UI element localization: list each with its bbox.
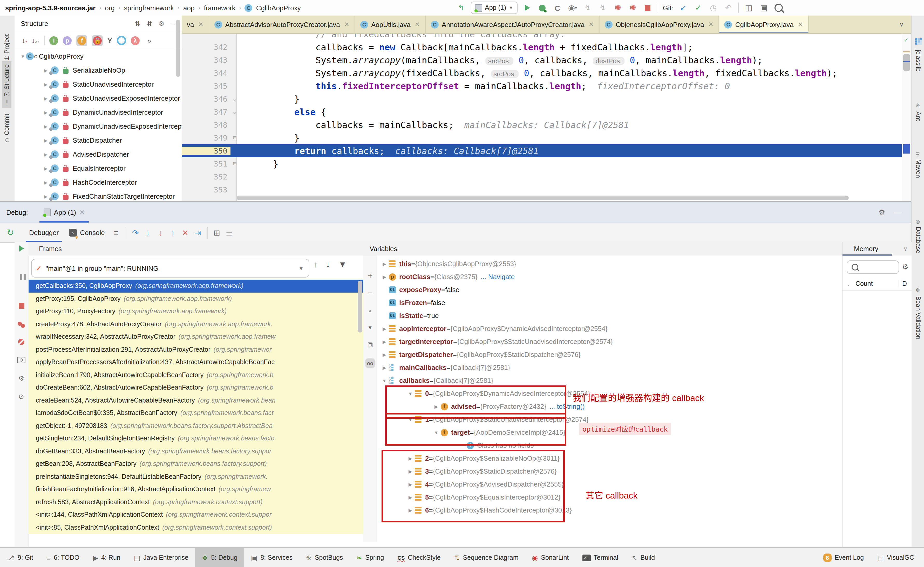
coverage-icon[interactable]: ◉▾ bbox=[567, 3, 578, 13]
statusbar-item-eventlog[interactable]: 8Event Log bbox=[817, 554, 871, 562]
stack-frame[interactable]: getCallbacks:350, CglibAopProxy(org.spri… bbox=[29, 280, 364, 292]
breadcrumb-item[interactable]: org bbox=[105, 4, 115, 12]
close-icon[interactable]: ✕ bbox=[198, 21, 203, 28]
close-icon[interactable]: ✕ bbox=[798, 21, 803, 28]
view-breakpoints-icon[interactable] bbox=[17, 320, 26, 328]
stack-frame[interactable]: lambda$doGetBean$0:335, AbstractBeanFact… bbox=[29, 407, 364, 419]
move-down-icon[interactable]: ▼ bbox=[365, 322, 375, 332]
gear-icon[interactable]: ⚙ bbox=[17, 374, 26, 382]
hide-icon[interactable]: — bbox=[894, 208, 902, 216]
stack-frame[interactable]: getBean:208, AbstractBeanFactory(org.spr… bbox=[29, 458, 364, 470]
code-line[interactable]: 347⌄ else { bbox=[182, 105, 902, 118]
project-structure-icon[interactable]: ◫ bbox=[743, 3, 754, 13]
sidebar-item-beanvalidation[interactable]: ❖Bean Validation bbox=[913, 284, 923, 342]
stack-frame[interactable]: <init>:85, ClassPathXmlApplicationContex… bbox=[29, 521, 364, 534]
close-icon[interactable]: ✕ bbox=[589, 21, 594, 28]
structure-item[interactable]: ▶CFixedChainStaticTargetInterceptor bbox=[15, 189, 182, 202]
stripe-mark-warning[interactable] bbox=[903, 51, 910, 52]
code-line[interactable]: 352 bbox=[182, 170, 902, 183]
step-out-icon[interactable]: ↑ bbox=[167, 228, 179, 237]
stack-frame[interactable]: getSingleton:234, DefaultSingletonBeanRe… bbox=[29, 432, 364, 445]
value-action-link[interactable]: ... Navigate bbox=[481, 273, 515, 280]
visibility-icon[interactable] bbox=[117, 36, 126, 45]
resume-icon[interactable] bbox=[17, 244, 26, 253]
sidebar-item-jclasslib[interactable]: jclasslib bbox=[913, 35, 923, 74]
statusbar-item-debug[interactable]: ❖5: Debug bbox=[195, 548, 244, 567]
stripe-caret-mark[interactable] bbox=[903, 61, 910, 62]
chevron-collapsed-icon[interactable]: ▶ bbox=[381, 326, 388, 331]
statusbar-item-build[interactable]: ↖Build bbox=[625, 548, 662, 567]
chevron-collapsed-icon[interactable]: ▶ bbox=[381, 352, 388, 357]
stack-frame[interactable]: wrapIfNecessary:342, AbstractAutoProxyCr… bbox=[29, 330, 364, 343]
fold-marker-icon[interactable]: ⌄ bbox=[230, 96, 239, 102]
execution-line[interactable]: 350 return callbacks; callbacks: Callbac… bbox=[182, 144, 902, 157]
stack-frame[interactable]: createProxy:478, AbstractAutoProxyCreato… bbox=[29, 318, 364, 330]
filter-icon[interactable]: ▼ bbox=[338, 260, 347, 269]
stop-button[interactable] bbox=[643, 3, 653, 13]
sidebar-item-maven[interactable]: mMaven bbox=[913, 149, 923, 180]
tab-debugger[interactable]: Debugger bbox=[24, 223, 64, 242]
code-line[interactable]: 346⌄ } bbox=[182, 92, 902, 105]
statusbar-item-todo[interactable]: ≡6: TODO bbox=[40, 548, 86, 567]
stack-frame[interactable]: getObject:-1, 497208183(org.springframew… bbox=[29, 419, 364, 432]
structure-item[interactable]: ▶CStaticDispatcher bbox=[15, 134, 182, 147]
mute-breakpoints-icon[interactable] bbox=[17, 338, 26, 346]
code-area[interactable]: // and fixedCallbacks into the callbacks… bbox=[182, 34, 911, 201]
sort-alpha-icon[interactable]: ↓az bbox=[32, 36, 40, 45]
stack-frame[interactable]: doGetBean:333, AbstractBeanFactory(org.s… bbox=[29, 445, 364, 458]
stack-frame[interactable]: postProcessAfterInitialization:291, Abst… bbox=[29, 343, 364, 356]
statusbar-item-services[interactable]: ▣8: Services bbox=[244, 548, 299, 567]
add-watch-icon[interactable]: + bbox=[365, 271, 375, 280]
chevron-collapsed-icon[interactable]: ▶ bbox=[381, 365, 388, 370]
fields-toggle[interactable]: f bbox=[77, 35, 87, 46]
breadcrumb-item[interactable]: aop bbox=[183, 4, 194, 12]
structure-root-item[interactable]: ▼C ○ CglibAopProxy bbox=[15, 49, 182, 63]
code-line[interactable]: 345 this.fixedInterceptorOffset = mainCa… bbox=[182, 80, 902, 92]
statusbar-item-spotbugs[interactable]: ❈SpotBugs bbox=[299, 548, 350, 567]
breadcrumb-item[interactable]: spring-aop-5.3.9-sources.jar bbox=[5, 4, 96, 12]
editor-tab-active[interactable]: CCglibAopProxy.java✕ bbox=[719, 16, 809, 33]
sidebar-item-structure[interactable]: ≔7: Structure bbox=[2, 61, 11, 108]
camera-icon[interactable] bbox=[17, 356, 26, 364]
run-button[interactable] bbox=[522, 3, 533, 13]
statusbar-item-visualgc[interactable]: ▦VisualGC bbox=[870, 554, 921, 561]
stripe-thumb[interactable] bbox=[903, 54, 910, 71]
step-over-icon[interactable]: ↷ bbox=[129, 228, 142, 237]
git-commit-icon[interactable]: ✓ bbox=[693, 3, 703, 13]
breadcrumb-item[interactable]: CglibAopProxy bbox=[256, 4, 301, 12]
move-up-icon[interactable]: ▲ bbox=[365, 306, 375, 315]
profile-red2-icon[interactable]: ✺ bbox=[628, 3, 638, 13]
run-to-cursor-icon[interactable]: ⇥ bbox=[192, 228, 204, 237]
hierarchy-icon[interactable]: Y bbox=[108, 37, 112, 44]
stack-frame[interactable]: <init>:144, ClassPathXmlApplicationConte… bbox=[29, 508, 364, 521]
variable-row[interactable]: ▼123callbacks = {Callback[7]@2581} bbox=[377, 374, 842, 387]
statusbar-item-checkstyle[interactable]: CSCheckStyle bbox=[391, 548, 447, 567]
stripe-exec-mark[interactable] bbox=[903, 144, 910, 153]
profiler-icon[interactable]: C bbox=[552, 3, 563, 13]
close-icon[interactable]: ✕ bbox=[79, 208, 85, 216]
stack-frame[interactable]: preInstantiateSingletons:944, DefaultLis… bbox=[29, 470, 364, 483]
drop-frame-icon[interactable]: ✕ bbox=[179, 228, 192, 237]
structure-item[interactable]: ▶CDynamicUnadvisedExposedInterceptor bbox=[15, 119, 182, 134]
tab-list-chevron-icon[interactable]: ∨ bbox=[899, 21, 911, 28]
structure-item[interactable]: ▶CStaticUnadvisedExposedInterceptor bbox=[15, 91, 182, 105]
chevron-down-icon[interactable]: ∨ bbox=[903, 246, 907, 252]
expand-all-icon[interactable]: ⇅ bbox=[135, 20, 140, 27]
stack-frame[interactable]: getProxy:195, CglibAopProxy(org.springfr… bbox=[29, 292, 364, 305]
stack-frame[interactable]: getProxy:110, ProxyFactory(org.springfra… bbox=[29, 305, 364, 318]
statusbar-item-run[interactable]: ▶4: Run bbox=[86, 548, 127, 567]
layout-icon[interactable]: ≡ bbox=[110, 228, 123, 237]
statusbar-item-sequencediagram[interactable]: ⇅Sequence Diagram bbox=[448, 548, 525, 567]
settings-sliders-icon[interactable]: ⚌ bbox=[223, 228, 236, 237]
memory-col-diff[interactable]: D bbox=[899, 280, 912, 287]
editor-hscrollbar[interactable] bbox=[237, 196, 902, 200]
duplicate-icon[interactable]: ⧉ bbox=[365, 340, 375, 349]
evaluate-expression-icon[interactable]: ⊞ bbox=[211, 228, 223, 237]
variable-row[interactable]: 01isFrozen = false bbox=[377, 296, 842, 309]
statusbar-item-terminal[interactable]: >_Terminal bbox=[575, 548, 625, 567]
code-line[interactable]: // and fixedCallbacks into the callbacks… bbox=[182, 34, 902, 40]
rerun-icon[interactable]: ↻ bbox=[4, 227, 17, 238]
code-line[interactable]: 348 callbacks = mainCallbacks; mainCallb… bbox=[182, 118, 902, 131]
search-everywhere-icon[interactable] bbox=[774, 3, 784, 13]
chevron-collapsed-icon[interactable]: ▶ bbox=[381, 339, 388, 344]
